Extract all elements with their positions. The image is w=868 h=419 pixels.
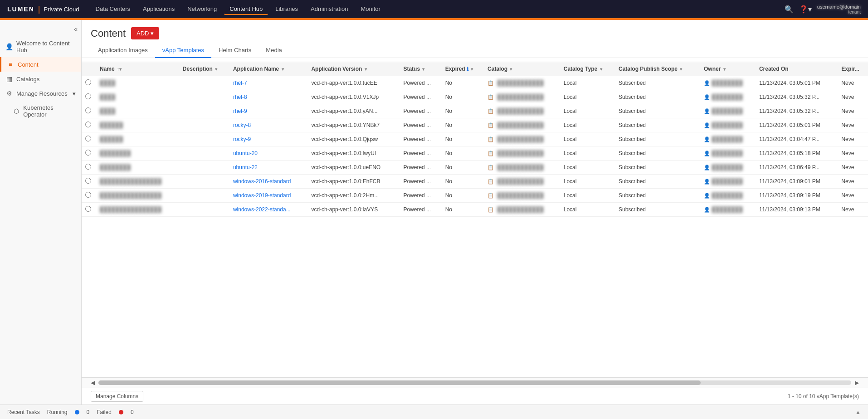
help-icon[interactable]: ❓▾ [799,5,812,14]
nav-item-contenthub[interactable]: Content Hub [224,4,268,15]
row-radio[interactable] [85,178,91,184]
tab-vapp-templates[interactable]: vApp Templates [155,43,211,58]
add-button[interactable]: ADD ▾ [131,27,159,39]
row-app-name[interactable]: rhel-9 [229,104,307,118]
row-app-name[interactable]: rhel-7 [229,76,307,90]
app-name-link[interactable]: ubuntu-22 [233,164,258,171]
row-radio[interactable] [85,107,91,113]
row-app-name[interactable]: rhel-8 [229,90,307,104]
row-checkbox-cell[interactable] [82,175,96,189]
row-catalog: 📋 ████████████ [484,189,560,203]
row-expired: No [442,203,484,217]
row-description [179,146,229,161]
row-status: Powered ... [400,76,441,90]
row-radio[interactable] [85,122,91,127]
app-name-link[interactable]: rhel-8 [233,94,247,100]
nav-item-monitor[interactable]: Monitor [355,4,385,15]
nav-item-administration[interactable]: Administration [305,4,353,15]
collapse-icon[interactable]: « [74,25,78,33]
sidebar-item-kubernetes[interactable]: ⬡ Kubernetes Operator [0,101,81,122]
row-catalog: 📋 ████████████ [484,132,560,146]
row-radio[interactable] [85,192,91,198]
app-name-link[interactable]: rocky-9 [233,136,251,142]
th-app-version[interactable]: Application Version ▾ [307,62,400,76]
row-radio[interactable] [85,79,91,85]
app-name-link[interactable]: windows-2019-standard [233,192,291,199]
table-area[interactable]: Name ↑▾ Description ▾ Application Name ▾… [82,58,868,377]
row-radio[interactable] [85,206,91,212]
row-app-version: vcd-ch-app-ver:1.0.0:tucEE [307,76,400,90]
row-description [179,118,229,132]
th-created-on[interactable]: Created On [756,62,838,76]
nav-item-libraries[interactable]: Libraries [270,4,303,15]
row-app-version: vcd-ch-app-ver:1.0.0:ueENO [307,161,400,175]
row-expires: Neve [838,104,868,118]
th-app-name[interactable]: Application Name ▾ [229,62,307,76]
sidebar-item-catalogs[interactable]: ▦ Catalogs [0,72,81,86]
row-name: ████████ [96,161,179,175]
row-status: Powered ... [400,90,441,104]
row-checkbox-cell[interactable] [82,90,96,104]
horizontal-scrollbar[interactable] [98,380,851,385]
app-name-link[interactable]: rhel-7 [233,80,247,86]
th-catalog-publish-scope[interactable]: Catalog Publish Scope ▾ [615,62,700,76]
row-expired: No [442,90,484,104]
app-name-link[interactable]: windows-2016-standard [233,178,291,185]
row-checkbox-cell[interactable] [82,76,96,90]
th-expires[interactable]: Expir... [838,62,868,76]
row-radio[interactable] [85,93,91,99]
scroll-left-arrow[interactable]: ◀ [91,380,95,386]
row-app-name[interactable]: ubuntu-22 [229,161,307,175]
search-icon[interactable]: 🔍 [785,5,794,14]
th-owner[interactable]: Owner ▾ [700,62,756,76]
scroll-right-arrow[interactable]: ▶ [855,380,859,386]
row-description [179,203,229,217]
th-status[interactable]: Status ▾ [400,62,441,76]
row-radio[interactable] [85,136,91,141]
row-app-name[interactable]: rocky-9 [229,132,307,146]
row-app-name[interactable]: windows-2022-standa... [229,203,307,217]
row-expires: Neve [838,203,868,217]
pagination-info: 1 - 10 of 10 vApp Template(s) [788,393,859,400]
tab-application-images[interactable]: Application Images [91,43,155,58]
th-catalog-type[interactable]: Catalog Type ▾ [560,62,615,76]
sidebar-item-welcome[interactable]: 👤 Welcome to Content Hub [0,36,81,57]
nav-item-datacenters[interactable]: Data Centers [90,4,136,15]
th-expired[interactable]: Expired ℹ ▾ [442,62,484,76]
nav-item-networking[interactable]: Networking [182,4,222,15]
row-expires: Neve [838,118,868,132]
app-name-link[interactable]: rocky-8 [233,122,251,128]
content-icon: ≡ [7,61,14,68]
row-catalog-type: Local [560,175,615,189]
row-app-name[interactable]: windows-2016-standard [229,175,307,189]
main-layout: « 👤 Welcome to Content Hub ≡ Content ▦ C… [0,20,868,404]
row-checkbox-cell[interactable] [82,132,96,146]
row-radio[interactable] [85,150,91,156]
tab-media[interactable]: Media [258,43,289,58]
row-checkbox-cell[interactable] [82,104,96,118]
welcome-icon: 👤 [5,43,13,50]
th-name[interactable]: Name ↑▾ [96,62,179,76]
row-app-name[interactable]: rocky-8 [229,118,307,132]
app-name-link[interactable]: ubuntu-20 [233,150,258,156]
tab-helm-charts[interactable]: Helm Charts [211,43,258,58]
sidebar-item-manage-resources[interactable]: ⚙ Manage Resources ▾ [0,86,81,101]
row-checkbox-cell[interactable] [82,118,96,132]
row-radio[interactable] [85,164,91,170]
content-header: Content ADD ▾ [82,20,868,43]
row-checkbox-cell[interactable] [82,203,96,217]
row-checkbox-cell[interactable] [82,189,96,203]
nav-item-applications[interactable]: Applications [137,4,180,15]
row-app-name[interactable]: ubuntu-20 [229,146,307,161]
row-checkbox-cell[interactable] [82,146,96,161]
th-catalog[interactable]: Catalog ▾ [484,62,560,76]
row-checkbox-cell[interactable] [82,161,96,175]
app-name-link[interactable]: windows-2022-standa... [233,206,291,213]
app-name-link[interactable]: rhel-9 [233,108,247,114]
th-description[interactable]: Description ▾ [179,62,229,76]
row-app-name[interactable]: windows-2019-standard [229,189,307,203]
scroll-to-top-icon[interactable]: ▲ [855,409,861,415]
sidebar-item-content[interactable]: ≡ Content [0,57,81,72]
manage-columns-button[interactable]: Manage Columns [91,391,143,402]
row-app-version: vcd-ch-app-ver:1.0.0:V1XJp [307,90,400,104]
